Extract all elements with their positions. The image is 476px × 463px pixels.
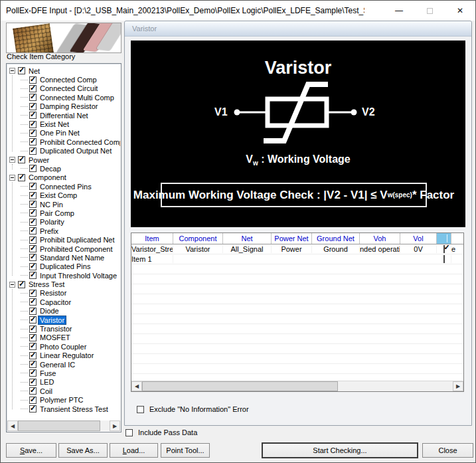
tree-checkbox[interactable] [29,308,37,315]
collapse-toggle-icon[interactable] [9,157,15,163]
tree-checkbox[interactable] [29,85,37,92]
tree-node-component[interactable]: Component [9,173,120,182]
include-pass-data-checkbox-row[interactable]: Include Pass Data [125,428,197,436]
tree-checkbox[interactable] [18,174,25,181]
start-checking-button[interactable]: Start Checking... [262,443,418,458]
scrollbar-thumb[interactable] [18,420,100,431]
row-enable-checkbox[interactable] [443,255,445,263]
tree-checkbox[interactable] [29,130,37,137]
tree-checkbox[interactable] [29,263,37,270]
save-button[interactable]: Save... [6,443,56,458]
tree-node-duplicated-pins[interactable]: Duplicated Pins [9,262,120,271]
table-row[interactable]: Varistor_StreVaristorAll_SignalPowerGrou… [131,244,463,254]
tree-node-exist-net[interactable]: Exist Net [9,120,120,128]
tree-node-net[interactable]: Net [9,66,120,75]
tree-checkbox[interactable] [29,361,37,368]
tree-node-prohibit-connected-comp[interactable]: Prohibit Connected Comp [9,138,120,146]
collapse-toggle-icon[interactable] [9,68,15,74]
tree-node-transient-stress-test[interactable]: Transient Stress Test [9,405,120,413]
minimize-button[interactable]: — [384,1,414,21]
tree-checkbox[interactable] [29,236,37,244]
tree-node-differential-net[interactable]: Differential Net [9,111,120,120]
tree-checkbox[interactable] [18,281,25,288]
selected-column-header[interactable] [437,233,451,244]
tree-checkbox[interactable] [29,209,37,217]
column-header-net[interactable]: Net [223,233,272,244]
table-cell-check[interactable] [437,255,451,263]
tree-node-coil[interactable]: Coil [9,387,120,395]
tree-node-fuse[interactable]: Fuse [9,369,120,377]
load-button[interactable]: Load... [110,443,158,458]
tree-checkbox[interactable] [29,227,37,234]
column-header-ground-net[interactable]: Ground Net [312,233,360,244]
scroll-right-icon[interactable]: ▶ [453,381,463,391]
tree-node-input-threshold-voltage[interactable]: Input Threshold Voltage [9,271,120,280]
tree-checkbox[interactable] [29,165,37,172]
tree-checkbox[interactable] [29,245,37,252]
tree-node-connected-pins[interactable]: Connected Pins [9,182,120,191]
column-header-voh[interactable]: Voh [360,233,400,244]
tree-checkbox[interactable] [29,121,37,128]
table-cell-check[interactable] [437,245,451,253]
tree-node-duplicated-output-net[interactable]: Duplicated Output Net [9,147,120,155]
tree-node-connected-multi-comp[interactable]: Connected Multi Comp [9,93,120,102]
tree-node-general-ic[interactable]: General IC [9,360,120,369]
tree-horizontal-scrollbar[interactable]: ◀ ▶ [7,420,120,431]
tree-node-damping-resistor[interactable]: Damping Resistor [9,102,120,111]
column-header-item[interactable]: Item [131,233,173,244]
tree-node-prohibit-duplicated-net[interactable]: Prohibit Duplicated Net [9,235,120,244]
tree-checkbox[interactable] [29,94,37,101]
tree-node-polarity[interactable]: Polarity [9,218,120,227]
collapse-toggle-icon[interactable] [9,175,15,181]
tree-node-transistor[interactable]: Transistor [9,324,120,333]
column-header-vol[interactable]: Vol [400,233,437,244]
exclude-no-information-checkbox-row[interactable]: Exclude "No Information" Error [137,405,249,413]
tree-node-linear-regulator[interactable]: Linear Regulator [9,351,120,360]
collapse-toggle-icon[interactable] [9,282,15,288]
tree-checkbox[interactable] [29,397,37,404]
scroll-left-icon[interactable]: ◀ [7,420,18,431]
tree-node-pair-comp[interactable]: Pair Comp [9,209,120,217]
tree-checkbox[interactable] [29,103,37,110]
table-horizontal-scrollbar[interactable]: ◀ ▶ [131,381,463,391]
tree-checkbox[interactable] [29,219,37,226]
save-as-button[interactable]: Save As... [58,443,108,458]
row-enable-checkbox[interactable] [443,245,445,253]
exclude-no-information-checkbox[interactable] [137,406,144,413]
close-button[interactable]: ✕ [445,1,475,21]
tree-checkbox[interactable] [29,183,37,190]
tree-checkbox[interactable] [29,369,37,377]
tree-checkbox[interactable] [29,112,37,119]
close-dialog-button[interactable]: Close [422,443,473,458]
tree-node-polymer-ptc[interactable]: Polymer PTC [9,395,120,404]
tree-checkbox[interactable] [29,298,37,306]
tree-checkbox[interactable] [29,325,37,333]
tree-node-nc-pin[interactable]: NC Pin [9,200,120,209]
column-header-component[interactable]: Component [173,233,223,244]
scroll-right-icon[interactable]: ▶ [110,420,120,431]
tree-checkbox[interactable] [29,192,37,199]
tree-checkbox[interactable] [29,290,37,297]
tree-node-exist-comp[interactable]: Exist Comp [9,191,120,199]
tree-checkbox[interactable] [29,138,37,145]
tree-checkbox[interactable] [29,76,37,84]
tree-checkbox[interactable] [29,387,37,395]
scrollbar-track[interactable] [142,381,453,391]
tree-checkbox[interactable] [29,147,37,155]
tree-checkbox[interactable] [29,316,37,324]
tree-node-prefix[interactable]: Prefix [9,227,120,235]
tree-node-one-pin-net[interactable]: One Pin Net [9,129,120,138]
tree-checkbox[interactable] [29,254,37,261]
titlebar[interactable]: PollEx-DFE Input - [D:\2_USB_Main_200213… [1,1,475,21]
tree-node-prohibited-component[interactable]: Prohibited Component [9,244,120,253]
tree-checkbox[interactable] [18,156,25,163]
tree-checkbox[interactable] [29,334,37,341]
scroll-left-icon[interactable]: ◀ [131,381,142,391]
tree-node-decap[interactable]: Decap [9,164,120,173]
include-pass-data-checkbox[interactable] [125,429,133,436]
tree-node-stress-test[interactable]: Stress Test [9,280,120,288]
tree-checkbox[interactable] [29,343,37,350]
column-header-clipped[interactable] [451,233,463,244]
tree-node-led[interactable]: LED [9,378,120,387]
tree-node-standard-net-name[interactable]: Standard Net Name [9,253,120,262]
